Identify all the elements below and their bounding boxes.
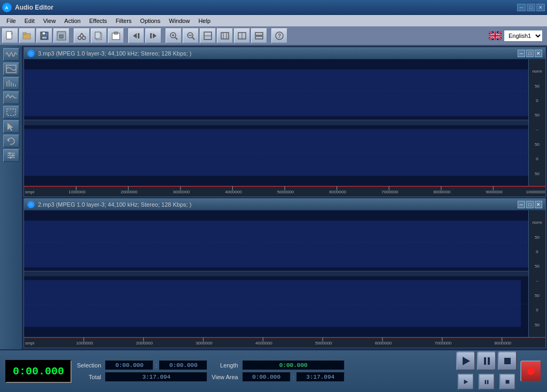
menu-item-edit[interactable]: Edit <box>20 17 39 25</box>
tb-copy-button[interactable] <box>91 28 107 43</box>
lt-cursor-btn[interactable] <box>3 120 19 133</box>
menu-bar: FileEditViewActionEffectsFiltersOptionsW… <box>0 15 547 27</box>
svg-point-53 <box>9 152 11 154</box>
menu-item-options[interactable]: Options <box>136 17 165 25</box>
lt-spectrum-btn[interactable] <box>3 77 19 90</box>
svg-rect-59 <box>24 120 528 125</box>
menu-item-action[interactable]: Action <box>60 17 85 25</box>
tb-zoom-in-button[interactable] <box>166 28 182 43</box>
svg-point-11 <box>82 36 85 40</box>
tb-zoom-out-button[interactable] <box>183 28 199 43</box>
panel-1-restore[interactable]: □ <box>526 50 534 57</box>
svg-marker-18 <box>133 33 137 38</box>
title-bar: A Audio Editor ─ □ ✕ <box>0 0 547 15</box>
tb-save2-button[interactable]: ▤ <box>53 28 69 43</box>
tb-help-button[interactable]: ? <box>271 28 287 43</box>
lt-scope-btn[interactable] <box>3 62 19 75</box>
record-button[interactable] <box>520 360 542 382</box>
svg-text:?: ? <box>278 33 281 39</box>
restore-button[interactable]: □ <box>527 4 535 11</box>
svg-rect-19 <box>138 33 139 38</box>
svg-rect-7 <box>42 36 47 39</box>
app-icon: A <box>2 3 12 12</box>
menu-item-file[interactable]: File <box>2 17 20 25</box>
panel-2-header: 2.mp3 (MPEG 1.0 layer-3; 44,100 kHz; Ste… <box>24 199 545 210</box>
audio-panel-1: 3.mp3 (MPEG 1.0 layer-3; 44,100 kHz; Ste… <box>24 47 546 197</box>
svg-text:7000000: 7000000 <box>381 190 398 195</box>
panel-1-close[interactable]: ✕ <box>535 50 542 57</box>
svg-rect-64 <box>24 129 528 176</box>
tb-save-button[interactable] <box>36 28 52 43</box>
svg-line-12 <box>80 33 82 36</box>
pause-small-button[interactable] <box>479 373 495 390</box>
language-selector[interactable]: English1English2DeutschFrançais <box>489 30 543 42</box>
tb-fit-button[interactable] <box>200 28 216 43</box>
panel-2-minimize[interactable]: ─ <box>518 201 525 208</box>
status-bar: 0:00.000 Selection 0:00.000 : 0:00.000 L… <box>0 349 547 392</box>
menu-item-help[interactable]: Help <box>194 17 215 25</box>
lt-undo-btn[interactable] <box>3 135 19 147</box>
info-table: Selection 0:00.000 : 0:00.000 Length 0:0… <box>77 360 345 382</box>
stop-button[interactable] <box>498 351 517 371</box>
tb-paste-button[interactable] <box>108 28 124 43</box>
length-label: Length <box>212 362 238 369</box>
tb-split-button[interactable] <box>251 28 267 43</box>
panel-2-restore[interactable]: □ <box>526 201 534 208</box>
current-time-display: 0:00.000 <box>5 360 72 383</box>
menu-item-effects[interactable]: Effects <box>85 17 111 25</box>
svg-text:1000000: 1000000 <box>68 190 85 195</box>
selection-start: 0:00.000 <box>105 360 153 370</box>
tb-markers-button[interactable] <box>217 28 233 43</box>
transport-controls <box>456 351 517 391</box>
tb-cut-button[interactable] <box>74 28 90 43</box>
play-small-icon <box>464 379 468 384</box>
svg-line-27 <box>192 37 194 40</box>
minimize-button[interactable]: ─ <box>517 4 526 11</box>
pause-button[interactable] <box>477 351 496 371</box>
menu-item-filters[interactable]: Filters <box>111 17 136 25</box>
svg-line-23 <box>175 37 177 40</box>
panel-2-scale: norm 50 0 50 ─ 50 0 50 <box>528 210 545 337</box>
tb-layout2-button[interactable] <box>234 28 250 43</box>
panel-1-minimize[interactable]: ─ <box>518 50 525 57</box>
svg-text:2000000: 2000000 <box>121 190 138 195</box>
svg-text:5000000: 5000000 <box>277 190 294 195</box>
tb-new-button[interactable] <box>2 28 18 43</box>
tb-open-button[interactable] <box>19 28 35 43</box>
svg-text:▤: ▤ <box>59 33 64 39</box>
stop-small-button[interactable] <box>499 373 516 390</box>
panel-2-timeline: smpl 1000000 2000000 3000000 4000000 500… <box>24 337 545 348</box>
svg-text:1000000: 1000000 <box>76 341 93 346</box>
svg-rect-94 <box>24 221 528 268</box>
menu-item-window[interactable]: Window <box>165 17 194 25</box>
waveform-area: 3.mp3 (MPEG 1.0 layer-3; 44,100 kHz; Ste… <box>22 46 547 349</box>
total-value: 3:17.094 <box>105 372 207 382</box>
language-dropdown[interactable]: English1English2DeutschFrançais <box>504 30 543 42</box>
selection-range: 0:00.000 : 0:00.000 <box>105 360 207 370</box>
svg-marker-48 <box>7 123 13 131</box>
panel-2-title: 2.mp3 (MPEG 1.0 layer-3; 44,100 kHz; Ste… <box>38 201 518 208</box>
svg-text:4000000: 4000000 <box>225 190 242 195</box>
svg-text:A: A <box>5 5 9 10</box>
svg-text:2000000: 2000000 <box>136 341 153 346</box>
lt-select-btn[interactable] <box>3 106 19 119</box>
svg-line-13 <box>82 33 84 36</box>
svg-rect-17 <box>114 32 118 34</box>
lt-peak-btn[interactable] <box>3 91 19 104</box>
svg-rect-6 <box>42 32 45 35</box>
close-button[interactable]: ✕ <box>536 4 545 11</box>
panel-2-controls: ─ □ ✕ <box>518 201 542 208</box>
play-button[interactable] <box>456 351 475 371</box>
svg-text:9000000: 9000000 <box>486 190 503 195</box>
pause-icon <box>484 357 490 365</box>
lt-eq-btn[interactable] <box>3 149 19 162</box>
tb-next-button[interactable] <box>145 28 161 43</box>
panel-1-controls: ─ □ ✕ <box>518 50 542 57</box>
play-small-button[interactable] <box>458 373 474 390</box>
panel-2-close[interactable]: ✕ <box>535 201 542 208</box>
tb-prev-button[interactable] <box>128 28 144 43</box>
svg-rect-96 <box>24 338 545 348</box>
lt-waveform-btn[interactable] <box>3 48 19 61</box>
pause-small-icon <box>485 380 489 384</box>
menu-item-view[interactable]: View <box>39 17 60 25</box>
